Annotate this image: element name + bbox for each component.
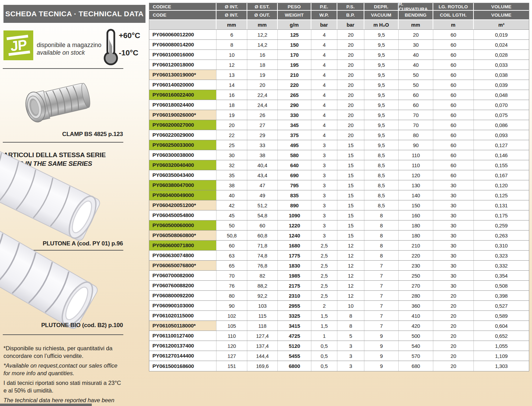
row-value-cell: 4 bbox=[311, 60, 337, 70]
row-value-cell: 30 bbox=[433, 210, 474, 220]
row-code-cell: PY060160022400 bbox=[149, 90, 216, 100]
column-unit: g/m bbox=[278, 20, 311, 29]
table-row: PY06014002000014202204209,550600,039 bbox=[149, 80, 529, 90]
row-value-cell: 20 bbox=[433, 321, 474, 331]
row-value-cell: 15 bbox=[337, 200, 364, 210]
row-value-cell: 127 bbox=[216, 351, 247, 361]
row-value-cell: 169,6 bbox=[247, 361, 278, 371]
row-value-cell: 4 bbox=[311, 120, 337, 130]
column-header-en: CODE bbox=[149, 11, 216, 20]
row-value-cell: 30 bbox=[216, 150, 247, 160]
row-value-cell: 18 bbox=[247, 60, 278, 70]
row-value-cell: 9,5 bbox=[364, 80, 399, 90]
divider bbox=[3, 334, 123, 335]
row-code-cell: PY060180024400 bbox=[149, 100, 216, 110]
row-value-cell: 8,5 bbox=[364, 200, 399, 210]
row-value-cell: 160 bbox=[399, 210, 433, 220]
row-value-cell: 1220 bbox=[278, 220, 311, 230]
footnote-request-it: *Disponibile su richiesta, per quantitat… bbox=[3, 345, 145, 360]
row-value-cell: 180 bbox=[399, 231, 433, 240]
row-value-cell: 70 bbox=[399, 120, 433, 130]
row-value-cell: 8 bbox=[364, 251, 399, 260]
row-value-cell: 137,4 bbox=[247, 341, 278, 351]
column-unit: m bbox=[433, 20, 474, 29]
row-value-cell: 60 bbox=[433, 100, 474, 110]
row-value-cell: 375 bbox=[278, 130, 311, 140]
table-row: PY061500168600151169,668000,539680201,30… bbox=[149, 361, 529, 371]
column-header-en: VOLUME bbox=[474, 11, 529, 20]
row-value-cell: 0,604 bbox=[474, 321, 529, 331]
row-value-cell: 20 bbox=[399, 30, 433, 39]
row-value-cell: 47 bbox=[247, 180, 278, 190]
row-value-cell: 30 bbox=[433, 241, 474, 250]
table-row: PY0608000922008092,223102,5127280200,398 bbox=[149, 291, 529, 301]
row-value-cell: 4 bbox=[311, 80, 337, 90]
column-header-en: WEIGHT bbox=[278, 11, 311, 20]
row-value-cell: 0,039 bbox=[474, 80, 529, 90]
row-value-cell: 690 bbox=[278, 170, 311, 180]
row-value-cell: 60 bbox=[216, 241, 247, 250]
series-heading-it: ARTICOLI DELLA STESSA SERIE bbox=[3, 151, 106, 159]
row-value-cell: 3 bbox=[311, 200, 337, 210]
row-value-cell: 60 bbox=[433, 130, 474, 140]
row-code-cell: PY061270144400 bbox=[149, 351, 216, 361]
row-value-cell: 3 bbox=[311, 170, 337, 180]
row-value-cell: 9 bbox=[364, 331, 399, 341]
row-value-cell: 150 bbox=[399, 200, 433, 210]
footnotes: *Disponibile su richiesta, per quantitat… bbox=[3, 345, 145, 406]
row-value-cell: 22 bbox=[216, 130, 247, 140]
row-value-cell: 3325 bbox=[278, 311, 311, 321]
table-row: PY06012001800012181954209,540600,033 bbox=[149, 60, 529, 70]
temperature-max-label: +60°C bbox=[119, 31, 140, 40]
row-value-cell: 16 bbox=[216, 90, 247, 100]
table-row: PY061050118000*10511834151,587420200,604 bbox=[149, 321, 529, 331]
row-value-cell: 0,070 bbox=[474, 100, 529, 110]
column-header-it: Ø INT. bbox=[216, 3, 247, 11]
row-code-cell: PY060300038000 bbox=[149, 150, 216, 160]
column-unit: bar bbox=[311, 20, 337, 29]
row-value-cell: 7 bbox=[364, 281, 399, 290]
row-value-cell: 0,155 bbox=[474, 160, 529, 170]
row-value-cell: 230 bbox=[399, 261, 433, 270]
column-unit: mm bbox=[399, 20, 433, 29]
row-value-cell: 9 bbox=[364, 341, 399, 351]
row-value-cell: 110 bbox=[216, 331, 247, 341]
row-value-cell: 4 bbox=[311, 70, 337, 80]
row-value-cell: 19 bbox=[216, 110, 247, 120]
row-value-cell: 12 bbox=[337, 291, 364, 300]
row-code-cell: PY060760088200 bbox=[149, 281, 216, 290]
row-value-cell: 8 bbox=[216, 40, 247, 49]
row-code-cell: PY060350043400 bbox=[149, 170, 216, 180]
row-value-cell: 140 bbox=[399, 190, 433, 200]
row-value-cell: 110 bbox=[399, 150, 433, 160]
row-value-cell: 1830 bbox=[278, 261, 311, 270]
row-value-cell: 80 bbox=[399, 130, 433, 140]
row-value-cell: 1680 bbox=[278, 241, 311, 250]
row-value-cell: 25 bbox=[216, 140, 247, 150]
row-value-cell: 0,354 bbox=[474, 271, 529, 280]
row-value-cell: 30 bbox=[433, 231, 474, 240]
row-value-cell: 20 bbox=[337, 130, 364, 140]
row-value-cell: 9,5 bbox=[364, 30, 399, 39]
plutone-bio-caption: PLUTONE BIO (cod. B2) p.100 bbox=[3, 322, 123, 329]
row-value-cell: 20 bbox=[433, 291, 474, 300]
row-value-cell: 7 bbox=[364, 301, 399, 310]
row-value-cell: 5120 bbox=[278, 341, 311, 351]
row-value-cell: 3 bbox=[337, 361, 364, 371]
table-row: PY06022002900022293754209,580600,093 bbox=[149, 130, 529, 140]
stock-text-en: available on stock bbox=[37, 49, 101, 57]
row-value-cell: 14 bbox=[216, 80, 247, 90]
row-value-cell: 49 bbox=[247, 190, 278, 200]
row-value-cell: 150 bbox=[278, 40, 311, 49]
table-row: PY06020002700020273454209,570600,086 bbox=[149, 120, 529, 130]
row-value-cell: 20 bbox=[337, 110, 364, 120]
row-value-cell: 15 bbox=[337, 140, 364, 150]
row-value-cell: 10 bbox=[216, 50, 247, 60]
row-value-cell: 270 bbox=[399, 281, 433, 290]
row-value-cell: 3 bbox=[311, 150, 337, 160]
row-value-cell: 15 bbox=[337, 231, 364, 240]
table-row: PY06025003300025334953159,590600,127 bbox=[149, 140, 529, 150]
table-row: PY0606300748006374,817752,5128220300,323 bbox=[149, 251, 529, 261]
row-value-cell: 7 bbox=[364, 321, 399, 331]
table-row: PY060060012200612,21254209,520600,019 bbox=[149, 30, 529, 40]
